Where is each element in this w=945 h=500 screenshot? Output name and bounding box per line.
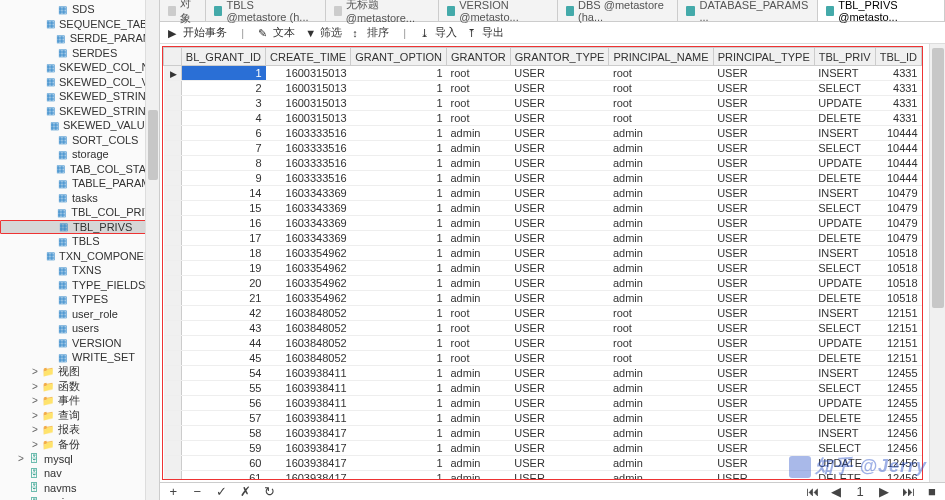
cell[interactable]: 1	[351, 306, 447, 321]
cell[interactable]: admin	[447, 366, 511, 381]
cell[interactable]: USER	[510, 276, 609, 291]
table-row[interactable]: 616033335161adminUSERadminUSERINSERT1044…	[164, 126, 922, 141]
cell[interactable]: USER	[713, 231, 814, 246]
cell[interactable]: 1600315013	[266, 96, 351, 111]
cell[interactable]: 1	[351, 336, 447, 351]
cell[interactable]: 15	[181, 201, 265, 216]
cell[interactable]: admin	[447, 156, 511, 171]
cell[interactable]: 1	[351, 156, 447, 171]
cell[interactable]: USER	[510, 231, 609, 246]
cell[interactable]: root	[609, 66, 713, 81]
table-row[interactable]: 4516038480521rootUSERrootUSERDELETE12151	[164, 351, 922, 366]
column-header-grantor_type[interactable]: GRANTOR_TYPE	[510, 48, 609, 66]
table-row[interactable]: ▶116003150131rootUSERrootUSERINSERT4331	[164, 66, 922, 81]
cell[interactable]: 10518	[875, 246, 921, 261]
cell[interactable]: USER	[713, 201, 814, 216]
table-row[interactable]: 6016039384171adminUSERadminUSERUPDATE124…	[164, 456, 922, 471]
cell[interactable]: USER	[713, 411, 814, 426]
table-row[interactable]: 816033335161adminUSERadminUSERUPDATE1044…	[164, 156, 922, 171]
cell[interactable]: USER	[713, 186, 814, 201]
filter-button[interactable]: ▼ 筛选	[305, 25, 342, 40]
cell[interactable]: INSERT	[814, 366, 875, 381]
cell[interactable]: INSERT	[814, 126, 875, 141]
cell[interactable]: USER	[510, 81, 609, 96]
stop-button[interactable]: ■	[925, 484, 939, 499]
tree-item-sort-cols[interactable]: ▦SORT_COLS	[0, 133, 159, 148]
tree-item-tab-col-stats[interactable]: ▦TAB_COL_STATS	[0, 162, 159, 177]
cell[interactable]: root	[447, 321, 511, 336]
cell[interactable]: admin	[609, 291, 713, 306]
cell[interactable]: 60	[181, 456, 265, 471]
cell[interactable]: admin	[447, 276, 511, 291]
cell[interactable]: 1603354962	[266, 276, 351, 291]
table-row[interactable]: 316003150131rootUSERrootUSERUPDATE4331	[164, 96, 922, 111]
cell[interactable]: 4331	[875, 96, 921, 111]
cell[interactable]: 1	[351, 126, 447, 141]
cell[interactable]: USER	[510, 471, 609, 481]
cell[interactable]: admin	[447, 426, 511, 441]
cell[interactable]: admin	[609, 456, 713, 471]
cell[interactable]: 1603848052	[266, 306, 351, 321]
cell[interactable]: 55	[181, 381, 265, 396]
tree-item--[interactable]: >📁视图	[0, 365, 159, 380]
table-row[interactable]: 5716039384111adminUSERadminUSERDELETE124…	[164, 411, 922, 426]
prev-page-button[interactable]: ◀	[829, 484, 843, 499]
cell[interactable]: 4331	[875, 66, 921, 81]
cell[interactable]: root	[609, 111, 713, 126]
cell[interactable]: UPDATE	[814, 96, 875, 111]
cell[interactable]: admin	[609, 216, 713, 231]
expand-icon[interactable]: >	[30, 395, 40, 406]
cell[interactable]: USER	[713, 156, 814, 171]
column-header-tbl_id[interactable]: TBL_ID	[875, 48, 921, 66]
table-row[interactable]: 2016033549621adminUSERadminUSERUPDATE105…	[164, 276, 922, 291]
cell[interactable]: 4	[181, 111, 265, 126]
cell[interactable]: 10444	[875, 126, 921, 141]
cell[interactable]: INSERT	[814, 66, 875, 81]
tab-dbs-metastore-ha[interactable]: DBS @metastore (ha...	[558, 0, 678, 21]
cell[interactable]: root	[609, 96, 713, 111]
cell[interactable]: SELECT	[814, 141, 875, 156]
cell[interactable]: USER	[713, 456, 814, 471]
cell[interactable]: admin	[447, 231, 511, 246]
cell[interactable]: UPDATE	[814, 336, 875, 351]
cell[interactable]: USER	[713, 81, 814, 96]
cell[interactable]: admin	[447, 126, 511, 141]
cell[interactable]: USER	[510, 201, 609, 216]
cell[interactable]: 1	[351, 396, 447, 411]
table-row[interactable]: 1416033433691adminUSERadminUSERINSERT104…	[164, 186, 922, 201]
cell[interactable]: USER	[713, 321, 814, 336]
cell[interactable]: root	[447, 81, 511, 96]
cell[interactable]: INSERT	[814, 426, 875, 441]
expand-icon[interactable]: >	[30, 424, 40, 435]
cell[interactable]: USER	[713, 336, 814, 351]
cell[interactable]: 1603354962	[266, 246, 351, 261]
cell[interactable]: 1	[351, 81, 447, 96]
cell[interactable]: DELETE	[814, 351, 875, 366]
cell[interactable]: 10479	[875, 231, 921, 246]
cell[interactable]: admin	[609, 186, 713, 201]
cell[interactable]: 12151	[875, 321, 921, 336]
cell[interactable]: 19	[181, 261, 265, 276]
cell[interactable]: 1603333516	[266, 156, 351, 171]
cell[interactable]: admin	[447, 186, 511, 201]
column-header-grant_option[interactable]: GRANT_OPTION	[351, 48, 447, 66]
tree-item-skewed-col-names[interactable]: ▦SKEWED_COL_NAMES	[0, 60, 159, 75]
tab--metastore-[interactable]: 无标题 @metastore...	[326, 0, 439, 21]
cell[interactable]: UPDATE	[814, 276, 875, 291]
cell[interactable]: USER	[713, 426, 814, 441]
tree-item-oozie[interactable]: 🗄oozie	[0, 495, 159, 500]
cell[interactable]: admin	[447, 456, 511, 471]
cell[interactable]: admin	[609, 381, 713, 396]
cell[interactable]: USER	[510, 141, 609, 156]
cell[interactable]: DELETE	[814, 171, 875, 186]
tree-item-sds[interactable]: ▦SDS	[0, 2, 159, 17]
cell[interactable]: USER	[713, 366, 814, 381]
import-button[interactable]: ⤓ 导入	[420, 25, 457, 40]
cell[interactable]: 1	[351, 246, 447, 261]
cell[interactable]: 3	[181, 96, 265, 111]
cell[interactable]: 12151	[875, 336, 921, 351]
cell[interactable]: USER	[713, 216, 814, 231]
tab-database-params-[interactable]: DATABASE_PARAMS ...	[678, 0, 818, 21]
cell[interactable]: 1603343369	[266, 231, 351, 246]
data-grid[interactable]: BL_GRANT_IDCREATE_TIMEGRANT_OPTIONGRANTO…	[163, 47, 922, 480]
